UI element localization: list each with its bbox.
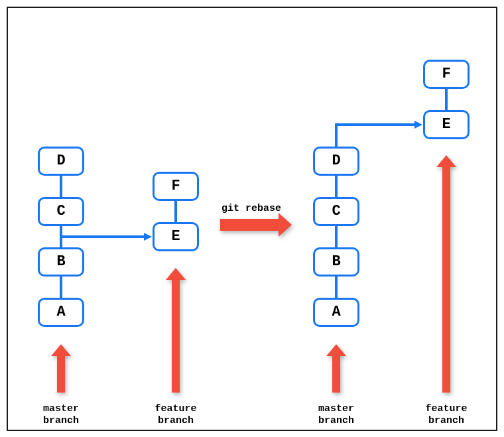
pointer-arrow-icon: [442, 167, 450, 393]
before-master-commit-c: C: [38, 197, 84, 226]
connector: [60, 277, 62, 298]
commit-label: E: [442, 116, 450, 133]
commit-label: A: [332, 304, 340, 320]
before-master-branch-label: master branch: [41, 403, 81, 427]
connector: [335, 226, 338, 247]
pointer-arrow-icon: [57, 356, 65, 393]
commit-label: B: [332, 253, 340, 270]
commit-label: D: [332, 153, 340, 169]
arrow-head-icon: [144, 233, 152, 241]
connector: [61, 235, 144, 238]
after-master-branch-label: master branch: [316, 403, 356, 427]
before-master-commit-b: B: [38, 247, 84, 277]
after-feature-branch-label: feature branch: [423, 403, 470, 427]
connector: [335, 176, 338, 197]
before-master-commit-a: A: [38, 298, 84, 327]
commit-label: B: [56, 253, 65, 270]
connector: [335, 125, 338, 147]
after-master-commit-c: C: [313, 197, 359, 226]
connector: [445, 89, 448, 110]
after-master-commit-d: D: [313, 147, 359, 176]
connector: [174, 201, 177, 222]
commit-label: C: [56, 203, 65, 219]
after-feature-commit-e: E: [423, 110, 470, 139]
connector: [60, 176, 62, 197]
commit-label: D: [56, 153, 65, 169]
before-feature-branch-label: feature branch: [153, 403, 199, 427]
before-master-commit-d: D: [38, 147, 84, 176]
before-feature-commit-e: E: [153, 222, 199, 251]
commit-label: F: [442, 66, 450, 82]
before-feature-commit-f: F: [153, 172, 199, 201]
commit-label: E: [171, 228, 180, 245]
arrow-head-icon: [414, 121, 422, 129]
commit-label: A: [56, 304, 65, 320]
commit-label: F: [171, 178, 180, 194]
pointer-arrow-icon: [332, 356, 340, 393]
pointer-arrow-icon: [172, 280, 180, 393]
after-feature-commit-f: F: [423, 60, 470, 89]
diagram-frame: A B C D E F master branch feature branch…: [7, 7, 497, 431]
commit-label: C: [332, 203, 340, 219]
rebase-arrow-icon: [220, 219, 279, 231]
after-master-commit-b: B: [313, 247, 359, 277]
connector: [335, 123, 414, 126]
connector: [335, 277, 338, 298]
after-master-commit-a: A: [313, 298, 359, 327]
git-rebase-command-label: git rebase: [221, 203, 281, 214]
